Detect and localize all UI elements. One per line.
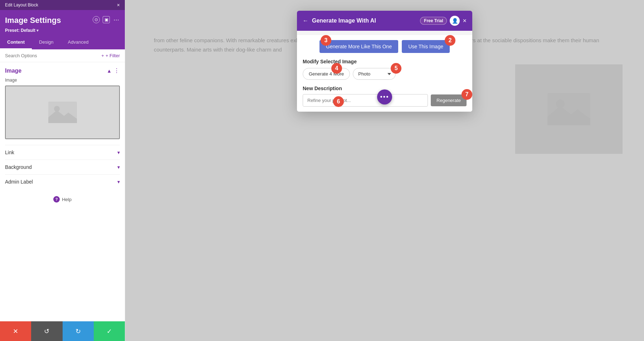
help-label: Help bbox=[62, 197, 72, 202]
close-icon: ✕ bbox=[13, 327, 18, 335]
image-section-header: Image ▲ ⋮ bbox=[5, 67, 120, 74]
main-content: from other feline companions. With remar… bbox=[125, 0, 644, 341]
more-options-icon[interactable]: ⋯ bbox=[113, 16, 120, 23]
layout-icon[interactable]: ▣ bbox=[103, 16, 110, 23]
badge-7: 7 bbox=[462, 89, 472, 100]
close-button[interactable]: ✕ bbox=[0, 321, 31, 341]
background-label: Background bbox=[5, 164, 32, 170]
help-button[interactable]: ? Help bbox=[53, 196, 72, 203]
prompt-input[interactable] bbox=[303, 94, 428, 107]
section-controls: ▲ ⋮ bbox=[107, 67, 120, 74]
background-chevron-icon: ▾ bbox=[117, 164, 120, 170]
image-section-collapse[interactable]: ▲ bbox=[107, 68, 112, 74]
badge-6: 6 bbox=[333, 96, 344, 107]
background-section[interactable]: Background ▾ bbox=[5, 160, 120, 174]
dialog-wrapper: ← Generate Image With AI Free Trial 👤 × … bbox=[297, 11, 472, 112]
sidebar-title-bar: Image Settings ⊙ ▣ ⋯ bbox=[5, 14, 120, 28]
left-sidebar: Edit Layout Block × Image Settings ⊙ ▣ ⋯… bbox=[0, 0, 125, 341]
badge-5: 5 bbox=[391, 63, 401, 74]
image-section-more[interactable]: ⋮ bbox=[114, 67, 120, 74]
tab-advanced[interactable]: Advanced bbox=[61, 36, 96, 49]
check-icon: ✓ bbox=[107, 327, 112, 335]
link-chevron-icon: ▾ bbox=[117, 150, 120, 155]
filter-label: + Filter bbox=[106, 53, 120, 58]
sidebar-icon-group: ⊙ ▣ ⋯ bbox=[93, 16, 120, 23]
admin-label-section[interactable]: Admin Label ▾ bbox=[5, 174, 120, 189]
settings-icon[interactable]: ⊙ bbox=[93, 16, 100, 23]
dialog-overlay: ← Generate Image With AI Free Trial 👤 × … bbox=[125, 0, 644, 341]
back-button[interactable]: ← bbox=[303, 18, 308, 24]
modify-title: Modify Selected Image bbox=[303, 59, 467, 64]
generate-more-button[interactable]: Generate More Like This One bbox=[319, 40, 398, 53]
style-select-wrapper: Photo Illustration Painting 5 bbox=[353, 68, 396, 80]
user-avatar[interactable]: 👤 bbox=[450, 16, 460, 26]
dialog-header-left: ← Generate Image With AI bbox=[303, 18, 376, 24]
undo-button[interactable]: ↺ bbox=[31, 321, 62, 341]
bottom-toolbar: ✕ ↺ ↻ ✓ bbox=[0, 321, 125, 341]
plus-icon: + bbox=[101, 53, 104, 58]
search-input[interactable] bbox=[5, 53, 98, 58]
tab-design[interactable]: Design bbox=[32, 36, 60, 49]
preset-label: Preset: Default ▾ bbox=[5, 28, 120, 36]
image-placeholder[interactable] bbox=[5, 86, 120, 139]
link-section[interactable]: Link ▾ bbox=[5, 145, 120, 160]
style-select[interactable]: Photo Illustration Painting bbox=[353, 68, 396, 80]
admin-chevron-icon: ▾ bbox=[117, 179, 120, 185]
redo-button[interactable]: ↻ bbox=[63, 321, 94, 341]
tabs-bar: Content Design Advanced bbox=[0, 36, 125, 49]
badge-4: 4 bbox=[331, 63, 342, 74]
window-title: Edit Layout Block bbox=[5, 3, 38, 8]
dialog-header: ← Generate Image With AI Free Trial 👤 × bbox=[297, 11, 472, 31]
image-grid: 1 bbox=[297, 31, 472, 35]
dialog-header-right: Free Trial 👤 × bbox=[420, 16, 467, 26]
image-section-label: Image bbox=[5, 68, 21, 74]
free-trial-badge[interactable]: Free Trial bbox=[420, 17, 447, 25]
sidebar-header: Image Settings ⊙ ▣ ⋯ Preset: Default ▾ bbox=[0, 10, 125, 36]
help-icon: ? bbox=[53, 196, 60, 203]
admin-label-text: Admin Label bbox=[5, 179, 33, 185]
link-label: Link bbox=[5, 150, 14, 155]
sidebar-heading: Image Settings bbox=[5, 14, 61, 26]
image-field-label: Image bbox=[5, 78, 120, 83]
undo-icon: ↺ bbox=[44, 327, 49, 335]
search-bar: + + Filter bbox=[0, 49, 125, 62]
use-image-wrapper: Use This Image 2 bbox=[402, 40, 450, 53]
preset-text: Preset: Default bbox=[5, 28, 35, 33]
confirm-button[interactable]: ✓ bbox=[94, 321, 125, 341]
modify-section: Modify Selected Image 4 Generate 4 More … bbox=[303, 59, 467, 80]
dialog-close-button[interactable]: × bbox=[463, 18, 467, 24]
generate-4-more-button[interactable]: Generate 4 More bbox=[303, 68, 350, 80]
window-close-button[interactable]: × bbox=[117, 2, 120, 8]
filter-button[interactable]: + + Filter bbox=[101, 53, 120, 58]
dialog-title: Generate Image With AI bbox=[312, 18, 376, 24]
action-buttons-row: 3 Generate More Like This One Use This I… bbox=[303, 40, 467, 53]
floating-dots-button[interactable]: ••• bbox=[377, 89, 392, 104]
regenerate-button[interactable]: Regenerate bbox=[431, 94, 467, 106]
badge-3: 3 bbox=[321, 35, 331, 46]
window-title-bar: Edit Layout Block × bbox=[0, 0, 125, 10]
redo-icon: ↻ bbox=[75, 327, 81, 335]
tab-content[interactable]: Content bbox=[0, 36, 32, 49]
sidebar-content: Image ▲ ⋮ Image Link ▾ Background ▾ Admi… bbox=[0, 62, 125, 341]
badge-2: 2 bbox=[445, 35, 455, 46]
use-this-image-button[interactable]: Use This Image bbox=[402, 40, 450, 53]
regenerate-wrapper: Regenerate 7 bbox=[431, 94, 467, 107]
modify-controls-row: 4 Generate 4 More Photo Illustration Pai… bbox=[303, 68, 467, 80]
